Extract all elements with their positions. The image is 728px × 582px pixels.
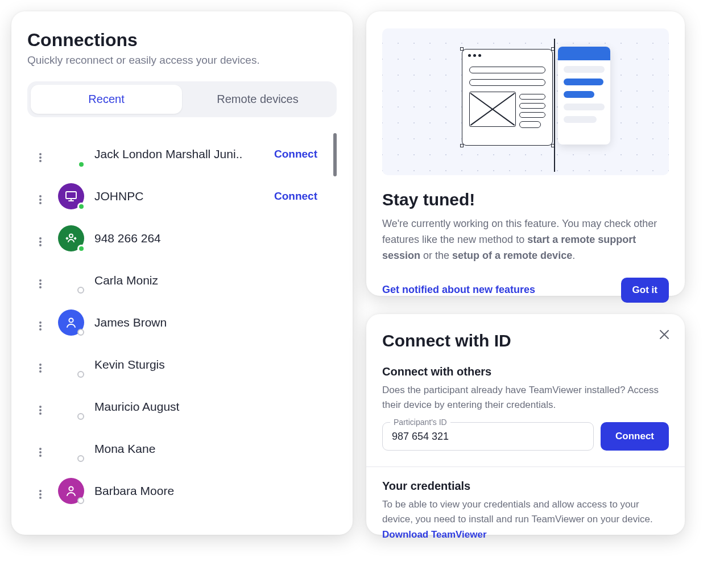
divider bbox=[366, 467, 685, 467]
status-offline-icon bbox=[77, 455, 84, 462]
svg-rect-0 bbox=[66, 192, 76, 199]
download-teamviewer-link[interactable]: Download TeamViewer bbox=[382, 529, 487, 540]
tab-remote-devices[interactable]: Remote devices bbox=[182, 85, 333, 114]
connection-name: JOHNPC bbox=[94, 189, 274, 203]
more-options-icon[interactable] bbox=[34, 188, 47, 204]
connections-panel: Connections Quickly reconnect or easily … bbox=[11, 11, 353, 535]
feature-promo-panel: Stay tuned! We're currently working on t… bbox=[366, 11, 685, 296]
connections-list: Jack London Marshall Juni..ConnectJOHNPC… bbox=[27, 133, 337, 528]
more-options-icon[interactable] bbox=[34, 315, 47, 331]
monitor-icon bbox=[58, 183, 84, 209]
notify-link[interactable]: Get notified about new features bbox=[382, 284, 535, 296]
status-offline-icon bbox=[77, 413, 84, 420]
more-options-icon[interactable] bbox=[34, 230, 47, 246]
connection-name: Carla Moniz bbox=[94, 274, 331, 287]
avatar-placeholder bbox=[58, 141, 84, 167]
status-offline-icon bbox=[77, 287, 84, 294]
feature-title: Stay tuned! bbox=[382, 190, 669, 209]
status-offline-icon bbox=[77, 497, 84, 504]
your-credentials-desc: To be able to view your credentials and … bbox=[382, 497, 669, 542]
status-offline-icon bbox=[77, 329, 84, 336]
transfer-icon bbox=[58, 225, 84, 251]
illustration bbox=[382, 28, 669, 175]
more-options-icon[interactable] bbox=[34, 441, 47, 457]
more-options-icon[interactable] bbox=[34, 483, 47, 499]
more-options-icon[interactable] bbox=[34, 146, 47, 162]
status-online-icon bbox=[77, 160, 85, 168]
connection-name: Mona Kane bbox=[94, 442, 331, 456]
tab-recent[interactable]: Recent bbox=[31, 85, 182, 114]
connect-with-id-panel: Connect with ID Connect with others Does… bbox=[366, 314, 685, 535]
svg-point-1 bbox=[69, 234, 73, 238]
close-icon[interactable] bbox=[656, 327, 672, 342]
connect-link[interactable]: Connect bbox=[274, 148, 317, 160]
tabs: Recent Remote devices bbox=[27, 81, 337, 117]
avatar-placeholder bbox=[58, 394, 84, 420]
connect-others-heading: Connect with others bbox=[382, 365, 669, 378]
person-icon bbox=[58, 309, 84, 336]
your-credentials-heading: Your credentials bbox=[382, 480, 669, 493]
connection-name: Jack London Marshall Juni.. bbox=[94, 147, 274, 161]
svg-point-3 bbox=[69, 486, 73, 490]
connect-others-desc: Does the participant already have TeamVi… bbox=[382, 383, 669, 412]
page-title: Connections bbox=[27, 30, 337, 51]
connection-name: Mauricio August bbox=[94, 400, 331, 414]
more-options-icon[interactable] bbox=[34, 399, 47, 415]
svg-point-2 bbox=[69, 318, 73, 322]
rendered-preview-icon bbox=[558, 47, 610, 145]
page-subtitle: Quickly reconnect or easily access your … bbox=[27, 54, 337, 67]
connection-row[interactable]: Kevin Sturgis bbox=[27, 344, 337, 386]
connect-button[interactable]: Connect bbox=[601, 422, 669, 451]
connection-row[interactable]: Barbara Moore bbox=[27, 470, 337, 512]
connection-name: Kevin Sturgis bbox=[94, 358, 331, 372]
more-options-icon[interactable] bbox=[34, 273, 47, 288]
feature-description: We're currently working on this feature.… bbox=[382, 216, 669, 264]
connect-link[interactable]: Connect bbox=[274, 190, 317, 203]
connect-id-title: Connect with ID bbox=[382, 331, 669, 350]
status-online-icon bbox=[77, 245, 85, 253]
connection-name: James Brown bbox=[94, 316, 331, 329]
wireframe-icon bbox=[462, 49, 553, 146]
connection-name: 948 266 264 bbox=[94, 232, 331, 245]
status-offline-icon bbox=[77, 371, 84, 378]
connection-row[interactable]: James Brown bbox=[27, 302, 337, 344]
avatar-placeholder bbox=[58, 267, 84, 294]
connection-row[interactable]: Carla Moniz bbox=[27, 259, 337, 302]
participant-id-label: Participant's ID bbox=[390, 418, 450, 427]
connection-row[interactable]: Mauricio August bbox=[27, 386, 337, 428]
person-icon bbox=[58, 478, 84, 504]
connection-row[interactable]: JOHNPCConnect bbox=[27, 175, 337, 217]
more-options-icon[interactable] bbox=[34, 357, 47, 373]
connection-row[interactable]: 948 266 264 bbox=[27, 217, 337, 259]
got-it-button[interactable]: Got it bbox=[621, 278, 669, 303]
connection-row[interactable]: Mona Kane bbox=[27, 428, 337, 470]
avatar-placeholder bbox=[58, 352, 84, 378]
connection-name: Barbara Moore bbox=[94, 484, 331, 498]
connection-row[interactable]: Jack London Marshall Juni..Connect bbox=[27, 133, 337, 175]
status-online-icon bbox=[77, 203, 85, 210]
avatar-placeholder bbox=[58, 436, 84, 462]
